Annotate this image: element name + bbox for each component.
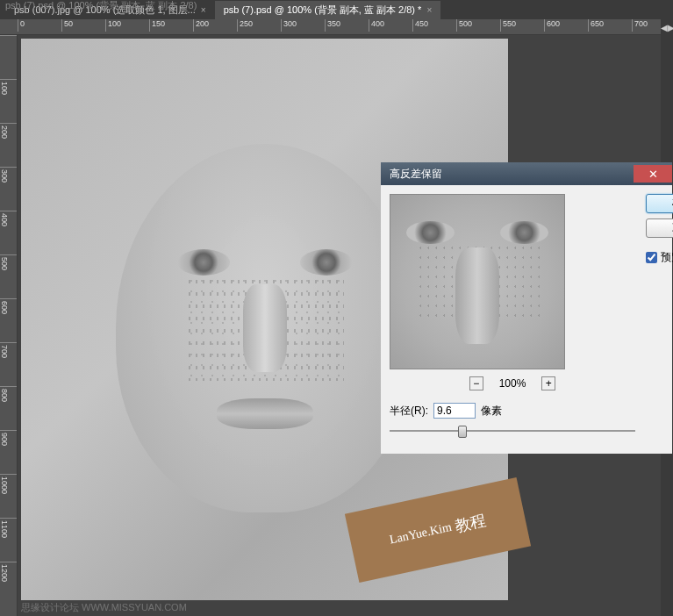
expand-panels-icon[interactable]: ◀▶ <box>661 19 673 32</box>
zoom-level: 100% <box>499 377 526 390</box>
cancel-button[interactable]: 取消 <box>646 218 673 238</box>
zoom-in-button[interactable]: + <box>541 376 555 390</box>
high-pass-dialog: 高反差保留 ✕ − 100% + 半径(R): 像素 <box>381 162 672 454</box>
watermark-footer: 思缘设计论坛 WWW.MISSYUAN.COM <box>21 601 187 614</box>
dialog-title: 高反差保留 <box>390 167 442 182</box>
close-button[interactable]: ✕ <box>634 165 672 183</box>
dialog-titlebar[interactable]: 高反差保留 ✕ <box>381 162 672 185</box>
preview-checkbox[interactable] <box>646 252 657 263</box>
close-icon[interactable]: × <box>426 5 432 15</box>
slider-thumb[interactable] <box>458 426 467 438</box>
watermark-badge: LanYue.Kim 教程 <box>345 477 531 583</box>
tab-document-2[interactable]: psb (7).psd @ 100% (背景 副本, 蓝 副本 2/8) * × <box>215 1 441 19</box>
window-title-fragment: psb (7).psd @ 100% (背景 副本, 蓝 副本 2/8) <box>5 0 197 12</box>
filter-preview[interactable] <box>390 194 565 369</box>
radius-label: 半径(R): <box>390 404 428 419</box>
radius-slider[interactable] <box>390 424 635 438</box>
preview-checkbox-row[interactable]: 预览(P) <box>646 250 673 265</box>
ruler-vertical: 100200300400500600700800900100011001200 <box>0 35 18 616</box>
close-icon[interactable]: × <box>201 5 206 15</box>
zoom-out-button[interactable]: − <box>469 376 483 390</box>
preview-checkbox-label: 预览(P) <box>661 250 673 265</box>
radius-input[interactable] <box>433 403 476 419</box>
tab-label: psb (7).psd @ 100% (背景 副本, 蓝 副本 2/8) * <box>224 4 422 17</box>
image-content <box>116 144 414 512</box>
ruler-horizontal: 0501001502002503003504004505005506006507… <box>0 19 673 35</box>
ok-button[interactable]: 确定 <box>646 194 673 213</box>
radius-unit: 像素 <box>481 404 502 419</box>
